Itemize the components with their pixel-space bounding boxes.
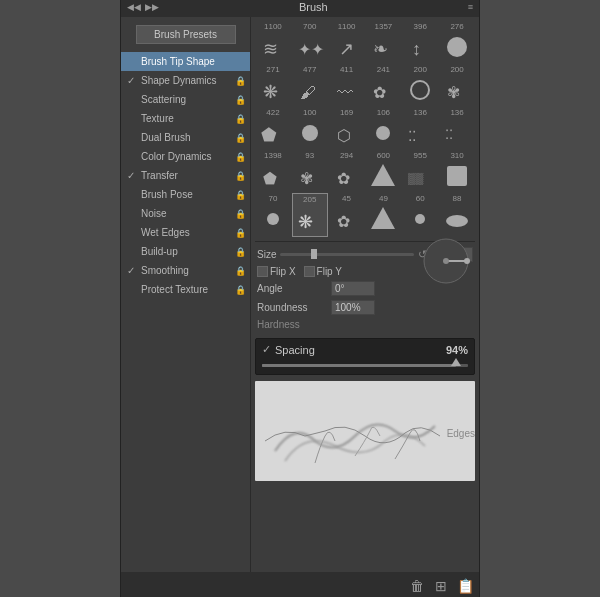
brush-cell[interactable]: 70 [255,193,291,237]
flip-x-checkbox-box[interactable] [257,266,268,277]
brush-presets-button[interactable]: Brush Presets [136,25,236,44]
brush-cell[interactable]: 396 ↕ [402,21,438,63]
brush-cell[interactable]: 45 ✿ [329,193,365,237]
svg-text:↕: ↕ [412,39,421,59]
brush-cell[interactable]: 88 [439,193,475,237]
brush-cell[interactable]: 310 [439,150,475,192]
roundness-input[interactable] [331,300,375,315]
flip-y-label: Flip Y [317,266,342,277]
svg-text:✦✦: ✦✦ [298,41,324,58]
brush-cell[interactable]: 241 ✿ [365,64,401,106]
sidebar-item-brush-tip-shape[interactable]: Brush Tip Shape [121,52,250,71]
sidebar-item-transfer[interactable]: ✓ Transfer 🔒 [121,166,250,185]
lock-icon: 🔒 [235,190,246,200]
spacing-fill [262,364,456,367]
angle-dial[interactable] [421,236,471,286]
brush-cell[interactable]: 106 [365,107,401,149]
check-icon: ✓ [127,170,139,181]
sidebar-item-noise[interactable]: Noise 🔒 [121,204,250,223]
sidebar-item-protect-texture[interactable]: Protect Texture 🔒 [121,280,250,299]
svg-text:🖌: 🖌 [300,84,316,101]
sidebar-item-label: Noise [141,208,167,219]
svg-point-5 [447,37,467,57]
panel-title: Brush [299,1,328,13]
lock-icon: 🔒 [235,228,246,238]
new-button[interactable]: ⊞ [431,576,451,596]
sidebar-item-dual-brush[interactable]: Dual Brush 🔒 [121,128,250,147]
flip-y-checkbox-box[interactable] [304,266,315,277]
brush-cell[interactable]: 49 [365,193,401,237]
svg-point-10 [411,81,429,99]
sidebar-item-label: Transfer [141,170,178,181]
brush-cell[interactable]: 1100 ↗ [329,21,365,63]
brush-cell-selected[interactable]: 205 ❋ [292,193,328,237]
sidebar-item-shape-dynamics[interactable]: ✓ Shape Dynamics 🔒 [121,71,250,90]
sidebar-item-smoothing[interactable]: ✓ Smoothing 🔒 [121,261,250,280]
svg-rect-23 [447,166,467,186]
angle-input[interactable] [331,281,375,296]
brush-cell[interactable]: 136 ⁚⁚ [402,107,438,149]
spacing-label: Spacing [275,344,315,356]
svg-text:❧: ❧ [373,39,388,59]
brush-cell[interactable]: 60 [402,193,438,237]
collapse-icon[interactable]: ◀◀ [127,2,141,12]
spacing-thumb[interactable] [451,358,461,366]
brush-cell[interactable]: 1398 ⬟ [255,150,291,192]
brush-cell[interactable]: 136 ⁚⁚ [439,107,475,149]
sidebar-item-brush-pose[interactable]: Brush Pose 🔒 [121,185,250,204]
svg-text:⬟: ⬟ [263,170,277,187]
brush-cell[interactable]: 411 〰 [329,64,365,106]
sidebar-item-label: Dual Brush [141,132,190,143]
menu-button[interactable]: 📋 [455,576,475,596]
brush-cell[interactable]: 1100 ≋ [255,21,291,63]
brush-cell[interactable]: 276 [439,21,475,63]
brush-cell[interactable]: 700 ✦✦ [292,21,328,63]
svg-point-32 [443,258,449,264]
angle-label: Angle [257,283,327,294]
brush-cell[interactable]: 271 ❋ [255,64,291,106]
roundness-row: Roundness [255,298,475,317]
edges-label: Edges [447,428,475,439]
svg-point-29 [446,215,468,227]
sidebar-item-label: Color Dynamics [141,151,212,162]
sidebar-item-color-dynamics[interactable]: Color Dynamics 🔒 [121,147,250,166]
menu-icon[interactable]: ≡ [468,2,473,12]
brush-cell[interactable]: 100 [292,107,328,149]
sidebar-item-scattering[interactable]: Scattering 🔒 [121,90,250,109]
sidebar-item-wet-edges[interactable]: Wet Edges 🔒 [121,223,250,242]
flip-y-checkbox[interactable]: Flip Y [304,266,342,277]
lock-icon: 🔒 [235,209,246,219]
spacing-slider[interactable] [262,360,468,370]
lock-icon: 🔒 [235,133,246,143]
sidebar-item-buildup[interactable]: Build-up 🔒 [121,242,250,261]
svg-text:⁚⁚: ⁚⁚ [408,128,416,144]
lock-icon: 🔒 [235,152,246,162]
svg-point-24 [267,213,279,225]
size-slider-thumb[interactable] [311,249,317,259]
brush-cell[interactable]: 955 ▒▒ [402,150,438,192]
delete-button[interactable]: 🗑 [407,576,427,596]
svg-text:〰: 〰 [337,84,353,101]
brush-preview-area: Edges [255,381,475,481]
sidebar-item-texture[interactable]: Texture 🔒 [121,109,250,128]
flip-x-label: Flip X [270,266,296,277]
size-slider[interactable] [280,253,414,256]
flip-x-checkbox[interactable]: Flip X [257,266,296,277]
brush-cell[interactable]: 93 ✾ [292,150,328,192]
brush-cell[interactable]: 294 ✿ [329,150,365,192]
expand-icon[interactable]: ▶▶ [145,2,159,12]
svg-text:✿: ✿ [337,170,350,187]
brush-panel: ◀◀ ▶▶ Brush ≡ Brush Presets Brush Tip Sh… [120,0,480,597]
brush-cell[interactable]: 600 [365,150,401,192]
lock-icon: 🔒 [235,95,246,105]
spacing-bar: ✓ Spacing 94% [255,338,475,375]
brush-cell[interactable]: 200 [402,64,438,106]
brush-cell[interactable]: 477 🖌 [292,64,328,106]
brush-cell[interactable]: 169 ⬡ [329,107,365,149]
brush-cell[interactable]: 422 ⬟ [255,107,291,149]
sidebar-item-label: Smoothing [141,265,189,276]
brush-stroke-preview [255,391,447,471]
brush-cell[interactable]: 1357 ❧ [365,21,401,63]
brush-cell[interactable]: 200 ✾ [439,64,475,106]
svg-marker-27 [371,207,395,229]
